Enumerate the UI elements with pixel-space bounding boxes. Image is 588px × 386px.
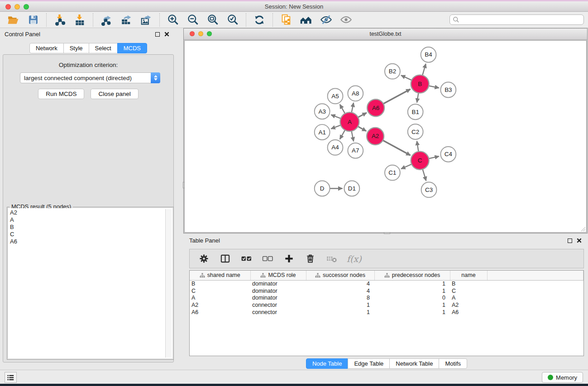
table-row[interactable]: A6connector11A6 (190, 309, 583, 316)
show-all-button[interactable] (339, 14, 352, 26)
network-window-titlebar[interactable]: testGlobe.txt (184, 29, 587, 40)
splitter-gripper-bottom[interactable] (384, 232, 390, 234)
network-graph[interactable]: AA1A2A3A4A5A6A7A8BB1B2B3B4CC1C2C3C4DD1 (185, 41, 587, 233)
node-B4[interactable]: B4 (421, 47, 436, 62)
float-table-panel-icon[interactable] (568, 238, 572, 243)
result-item[interactable]: A6 (10, 238, 172, 245)
delete-table-button[interactable] (325, 253, 337, 265)
node-A4[interactable]: A4 (328, 140, 343, 155)
table-cell[interactable]: B (450, 280, 487, 287)
table-cell[interactable]: 1 (374, 287, 450, 295)
column-header-name[interactable]: name (450, 271, 487, 280)
open-session-button[interactable] (7, 14, 19, 26)
table-row[interactable]: Bdominator41B (190, 280, 583, 287)
resize-corner-icon[interactable] (580, 226, 586, 232)
network-canvas[interactable]: AA1A2A3A4A5A6A7A8BB1B2B3B4CC1C2C3C4DD1 (184, 40, 587, 233)
run-mcds-button[interactable]: Run MCDS (38, 89, 84, 99)
table-cell[interactable]: C (190, 287, 250, 295)
table-row[interactable]: A2connector11A2 (190, 301, 583, 309)
column-header-predecessor-nodes[interactable]: predecessor nodes (374, 271, 450, 280)
unselect-all-columns-button[interactable] (262, 253, 273, 265)
node-C4[interactable]: C4 (440, 147, 456, 162)
table-row[interactable]: Cdominator41C (190, 287, 583, 295)
table-cell[interactable]: 1 (374, 280, 450, 287)
tab-network[interactable]: Network (29, 43, 64, 53)
column-header-shared-name[interactable]: shared name (190, 271, 250, 280)
node-B2[interactable]: B2 (385, 64, 400, 79)
table-cell[interactable]: 4 (306, 287, 374, 295)
table-row[interactable]: Adominator80A (190, 295, 583, 302)
zoom-out-button[interactable] (186, 14, 199, 26)
table-cell[interactable]: 0 (374, 295, 450, 302)
first-neighbors-button[interactable] (300, 14, 312, 26)
table-cell[interactable]: A6 (450, 309, 487, 316)
optimization-criterion-dropdown[interactable]: largest connected component (directed) (20, 72, 160, 83)
float-panel-icon[interactable] (155, 32, 160, 37)
table-cell[interactable]: 1 (374, 309, 450, 316)
result-item[interactable]: C (10, 231, 172, 238)
task-history-button[interactable] (5, 372, 17, 383)
table-cell[interactable]: dominator (250, 280, 306, 287)
node-A8[interactable]: A8 (348, 86, 363, 101)
table-cell[interactable]: A (190, 295, 250, 302)
import-network-button[interactable] (53, 14, 66, 26)
export-network-button[interactable] (100, 14, 113, 26)
export-image-button[interactable] (140, 14, 153, 26)
tab-network-table[interactable]: Network Table (389, 358, 439, 369)
zoom-fit-button[interactable] (206, 14, 219, 26)
table-cell[interactable]: 1 (374, 301, 450, 309)
function-builder-button[interactable]: f(x) (347, 254, 362, 264)
table-options-button[interactable] (198, 253, 210, 265)
save-session-button[interactable] (27, 14, 39, 26)
result-scrollbar[interactable] (165, 209, 172, 357)
tab-style[interactable]: Style (63, 43, 89, 53)
apply-layout-button[interactable] (253, 14, 266, 26)
new-network-from-selection-button[interactable] (280, 14, 292, 26)
result-item[interactable]: A2 (10, 209, 172, 216)
table-cell[interactable]: A (450, 295, 487, 302)
import-table-button[interactable] (73, 14, 86, 26)
tab-mcds[interactable]: MCDS (117, 43, 147, 53)
close-panel-icon[interactable] (164, 32, 169, 37)
table-cell[interactable]: connector (250, 301, 306, 309)
select-all-columns-button[interactable] (240, 253, 252, 265)
node-C3[interactable]: C3 (421, 182, 437, 198)
column-header-mcds-role[interactable]: MCDS role (250, 271, 306, 280)
node-A6[interactable]: A6 (367, 99, 384, 116)
tab-node-table[interactable]: Node Table (306, 358, 349, 369)
tab-edge-table[interactable]: Edge Table (348, 358, 390, 369)
table-cell[interactable]: 8 (306, 295, 374, 302)
delete-columns-button[interactable] (304, 253, 316, 265)
node-A[interactable]: A (340, 112, 359, 131)
create-column-button[interactable] (283, 253, 295, 265)
node-A3[interactable]: A3 (315, 104, 330, 119)
search-input[interactable] (461, 16, 583, 23)
node-B1[interactable]: B1 (408, 104, 423, 119)
result-item[interactable]: B (10, 224, 172, 231)
table-cell[interactable]: 4 (306, 280, 374, 287)
node-D[interactable]: D (315, 181, 330, 196)
table-cell[interactable]: A2 (450, 301, 487, 309)
table-cell[interactable]: 1 (306, 309, 374, 316)
table-cell[interactable]: A6 (190, 309, 250, 316)
table-cell[interactable]: A2 (190, 301, 250, 309)
hide-selected-button[interactable] (320, 14, 332, 26)
memory-button[interactable]: Memory (542, 372, 583, 383)
table-cell[interactable]: dominator (250, 287, 306, 295)
close-table-panel-icon[interactable] (577, 238, 582, 243)
split-panel-button[interactable] (219, 253, 231, 265)
close-panel-button[interactable]: Close panel (91, 89, 138, 99)
table-cell[interactable]: B (190, 280, 250, 287)
column-header-successor-nodes[interactable]: successor nodes (306, 271, 374, 280)
table-cell[interactable]: dominator (250, 295, 306, 302)
node-B3[interactable]: B3 (440, 82, 456, 98)
table-cell[interactable]: 1 (306, 301, 374, 309)
result-item[interactable]: A (10, 216, 172, 224)
splitter-gripper-left[interactable] (183, 182, 185, 188)
node-A2[interactable]: A2 (367, 128, 384, 145)
export-table-button[interactable] (120, 14, 133, 26)
node-A5[interactable]: A5 (328, 89, 343, 104)
node-C[interactable]: C (411, 152, 429, 170)
tab-motifs[interactable]: Motifs (439, 358, 467, 369)
node-C1[interactable]: C1 (385, 165, 400, 181)
